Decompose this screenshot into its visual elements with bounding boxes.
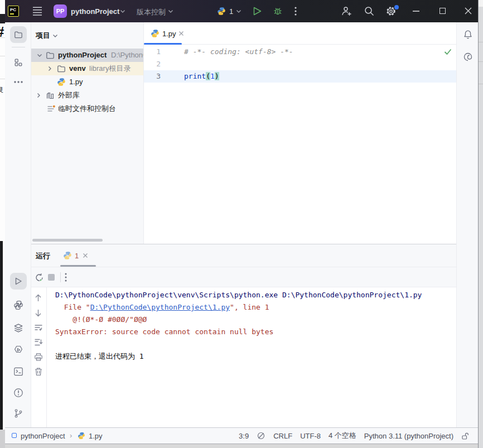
tab-1py[interactable]: 1.py	[144, 22, 182, 45]
line-number: 1	[144, 46, 161, 58]
run-button[interactable]	[253, 6, 262, 16]
run-tab-1[interactable]: 1	[60, 244, 97, 267]
chevron-down-icon[interactable]	[52, 34, 58, 38]
chevron-down-icon[interactable]	[120, 9, 125, 13]
more-tool-windows-button[interactable]	[13, 80, 23, 84]
file-encoding[interactable]: UTF-8	[300, 432, 321, 440]
run-panel-title[interactable]: 运行	[36, 251, 50, 261]
tree-row-external-libraries[interactable]: 外部库	[31, 89, 144, 102]
module-icon	[12, 433, 17, 438]
run-toolbar	[31, 267, 456, 287]
notifications-bell-icon[interactable]	[463, 30, 473, 40]
terminal-tool-button[interactable]	[13, 367, 23, 377]
interpreter-setting[interactable]: Python 3.11 (pythonProject)	[364, 432, 453, 440]
run-panel: 运行 1 D:\PythonCode\pythonProject\venv\S	[31, 244, 456, 427]
pycharm-logo-text: PC	[10, 7, 16, 12]
vcs-widget[interactable]: 版本控制	[137, 7, 166, 17]
version-control-tool-button[interactable]	[13, 408, 23, 418]
project-panel: 项目 pythonProject D:\PythonC venv library…	[31, 22, 144, 244]
activity-bar	[5, 22, 31, 427]
ai-assistant-icon[interactable]	[463, 52, 473, 62]
python-console-tool-button[interactable]	[13, 344, 23, 354]
folder-icon	[57, 64, 66, 73]
console-line-code: @!(Ø*-Ø #0ØØ/"Ø@Ø	[55, 314, 147, 326]
inspection-ok-icon[interactable]	[444, 49, 452, 55]
project-name[interactable]: pythonProject	[71, 7, 119, 16]
project-panel-title[interactable]: 项目	[36, 31, 50, 41]
project-avatar[interactable]: PP	[54, 4, 67, 18]
soft-wrap-icon[interactable]	[34, 323, 43, 332]
tree-label: pythonProject	[58, 51, 107, 60]
tab-close-icon[interactable]	[83, 253, 88, 258]
python-packages-tool-button[interactable]	[13, 300, 23, 310]
file-link[interactable]: D:\PythonCode\pythonProject\1.py	[90, 303, 230, 311]
artifact-top	[478, 0, 483, 7]
settings-button[interactable]	[385, 6, 399, 17]
code-with-me-icon[interactable]	[341, 6, 352, 17]
artifact-bar	[0, 241, 3, 430]
print-icon[interactable]	[34, 353, 43, 362]
artifact-glyph: 艮	[0, 85, 5, 93]
horizontal-scrollbar[interactable]	[32, 239, 103, 242]
folder-icon	[46, 51, 55, 60]
run-tab-underline	[60, 265, 96, 267]
rerun-icon[interactable]	[35, 273, 44, 282]
close-button[interactable]	[465, 7, 472, 15]
chevron-down-icon[interactable]	[168, 9, 173, 13]
python-file-icon	[78, 432, 85, 440]
pycharm-logo[interactable]: PC	[8, 6, 19, 17]
tree-label: 1.py	[69, 78, 83, 86]
tree-row-venv[interactable]: venv library根目录	[31, 62, 144, 75]
breadcrumb-project[interactable]: pythonProject	[21, 432, 65, 440]
highlight-level-icon[interactable]	[257, 431, 265, 440]
console-line-file: File "D:\PythonCode\pythonProject\1.py",…	[55, 301, 269, 314]
folder-icon	[14, 30, 23, 39]
titlebar-bleed	[0, 14, 5, 23]
tree-row-scratches[interactable]: 临时文件和控制台	[31, 102, 144, 115]
minimize-button[interactable]	[413, 11, 419, 12]
tab-close-icon[interactable]	[178, 31, 184, 36]
structure-tool-button[interactable]	[14, 58, 23, 67]
code-line-comment[interactable]: # -*- coding: <utf-8> -*-	[184, 46, 293, 58]
project-tool-button[interactable]	[10, 26, 27, 43]
problems-tool-button[interactable]	[13, 388, 23, 398]
editor-area: 1.py 1 2 3 # -*- coding: <utf-8> -*- pri…	[144, 22, 456, 244]
up-stacktrace-icon[interactable]	[34, 293, 42, 302]
chevron-right-icon[interactable]	[48, 66, 52, 71]
chevron-down-icon[interactable]	[37, 54, 42, 57]
background-window-right	[478, 0, 483, 448]
syntax-error-text: SyntaxError: source code cannot contain …	[55, 327, 273, 336]
libraries-icon	[46, 91, 55, 100]
chevron-down-icon[interactable]	[236, 9, 241, 13]
lock-icon[interactable]	[461, 432, 469, 440]
status-bar: pythonProject › 1.py 3:9 CRLF UTF-8 4 个空…	[5, 427, 478, 444]
run-config-name[interactable]: 1	[229, 7, 233, 16]
caret-position[interactable]: 3:9	[239, 432, 249, 440]
tree-row-1py[interactable]: 1.py	[31, 75, 144, 89]
paren-open: (	[206, 72, 210, 80]
tab-label: 1.py	[162, 30, 176, 38]
down-stacktrace-icon[interactable]	[34, 309, 42, 317]
run-tool-button[interactable]	[10, 273, 27, 290]
scratches-icon	[47, 104, 56, 113]
run-tab-label: 1	[75, 252, 79, 260]
services-tool-button[interactable]	[13, 323, 23, 333]
breadcrumb-file[interactable]: 1.py	[89, 432, 103, 440]
clear-trash-icon[interactable]	[34, 367, 43, 376]
code-line-print[interactable]: print(1)	[184, 70, 219, 83]
debug-button[interactable]	[273, 6, 283, 16]
line-separator[interactable]: CRLF	[273, 432, 292, 440]
more-icon[interactable]	[65, 273, 67, 282]
window-bottom-edge	[0, 444, 483, 448]
console-line-error: SyntaxError: source code cannot contain …	[55, 326, 273, 338]
artifact-line	[479, 42, 483, 42]
more-actions-icon[interactable]	[294, 7, 297, 16]
chevron-right-icon[interactable]	[37, 93, 41, 98]
indent-setting[interactable]: 4 个空格	[329, 431, 356, 441]
search-icon[interactable]	[364, 6, 374, 16]
maximize-button[interactable]	[439, 8, 446, 14]
tree-row-python-project[interactable]: pythonProject D:\PythonC	[31, 49, 144, 62]
main-menu-icon[interactable]	[32, 7, 42, 16]
line-number: 2	[144, 58, 161, 70]
scroll-to-end-icon[interactable]	[34, 338, 43, 346]
